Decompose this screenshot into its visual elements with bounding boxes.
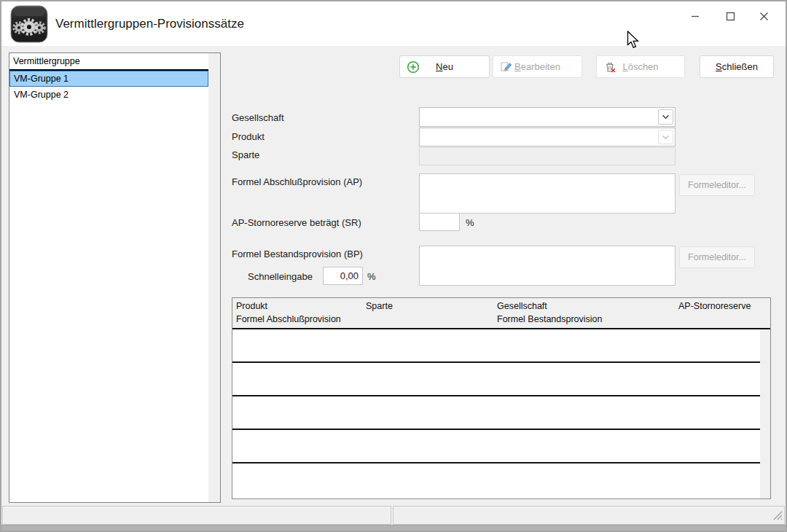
table-row[interactable] <box>232 430 760 463</box>
col-formel-abschlussprovision: Formel Abschlußprovision <box>236 314 341 324</box>
schnelleingabe-percent-label: % <box>367 271 376 282</box>
statusbar-left <box>2 506 391 525</box>
sr-label: AP-Stornoreserve beträgt (SR) <box>232 217 361 228</box>
provisions-table: Produkt Sparte Gesellschaft AP-Stornores… <box>232 297 771 499</box>
bearbeiten-button[interactable]: Bearbeiten <box>493 55 582 78</box>
neu-button-label: Neu <box>436 61 453 72</box>
formel-bp-textarea[interactable] <box>419 246 676 286</box>
loeschen-button[interactable]: Löschen <box>596 55 685 78</box>
title-bar: Vermittlergruppen-Provisionssätze <box>1 1 786 46</box>
window-title: Vermittlergruppen-Provisionssätze <box>55 1 244 46</box>
table-row[interactable] <box>232 329 760 363</box>
table-header: Produkt Sparte Gesellschaft AP-Stornores… <box>232 298 770 329</box>
col-formel-bestandsprovision: Formel Bestandsprovision <box>497 314 603 324</box>
table-row[interactable] <box>232 463 760 497</box>
formel-bp-label: Formel Bestandsprovision (BP) <box>232 249 363 259</box>
sr-input[interactable] <box>419 213 460 231</box>
statusbar-right <box>393 506 785 525</box>
col-gesellschaft: Gesellschaft <box>497 301 547 311</box>
bearbeiten-button-label: Bearbeiten <box>514 61 560 72</box>
sparte-label: Sparte <box>232 149 259 160</box>
close-button[interactable] <box>751 6 776 26</box>
trash-delete-icon <box>603 60 616 74</box>
schnelleingabe-label: Schnelleingabe <box>248 271 313 282</box>
produkt-label: Produkt <box>232 131 265 142</box>
chevron-down-icon <box>658 130 673 144</box>
col-ap-stornoreserve: AP-Stornoreserve <box>678 301 751 311</box>
col-produkt: Produkt <box>236 301 267 311</box>
formeleditor-ap-button[interactable]: Formeleditor... <box>679 174 755 196</box>
formel-ap-label: Formel Abschlußprovision (AP) <box>232 176 362 187</box>
sparte-field <box>419 147 676 165</box>
list-scrollbar-track[interactable] <box>208 53 220 502</box>
resize-grip-icon[interactable] <box>773 511 783 523</box>
vermittlergruppe-list: Vermittlergruppe VM-Gruppe 1VM-Gruppe 2 <box>9 52 221 503</box>
list-item[interactable]: VM-Gruppe 2 <box>9 87 208 103</box>
window-bottom-frame <box>1 525 786 531</box>
maximize-icon <box>726 12 735 21</box>
col-sparte: Sparte <box>366 301 393 311</box>
list-items: VM-Gruppe 1VM-Gruppe 2 <box>9 71 208 103</box>
neu-button[interactable]: Neu <box>399 55 490 78</box>
chevron-down-icon[interactable] <box>658 109 673 125</box>
loeschen-button-label: Löschen <box>622 61 658 72</box>
plus-circle-icon <box>407 60 420 74</box>
schnelleingabe-input[interactable] <box>323 267 363 285</box>
minimize-icon <box>691 12 700 20</box>
sr-percent-label: % <box>466 217 474 228</box>
close-icon <box>759 12 769 21</box>
table-row[interactable] <box>232 363 760 396</box>
schliessen-button-label: Schließen <box>716 61 758 72</box>
list-header: Vermittlergruppe <box>9 53 208 71</box>
table-body <box>232 329 760 498</box>
formeleditor-bp-button[interactable]: Formeleditor... <box>679 246 755 268</box>
minimize-button[interactable] <box>683 6 708 26</box>
produkt-combobox <box>419 128 676 146</box>
app-window: Vermittlergruppen-Provisionssätze Vermit… <box>0 0 787 532</box>
list-item[interactable]: VM-Gruppe 1 <box>9 71 208 87</box>
gesellschaft-label: Gesellschaft <box>232 112 284 123</box>
table-row[interactable] <box>232 396 760 430</box>
gesellschaft-combobox[interactable] <box>419 107 676 127</box>
table-scrollbar-track[interactable] <box>760 329 770 498</box>
maximize-button[interactable] <box>718 6 743 26</box>
edit-pencil-icon <box>500 60 513 74</box>
app-gears-icon <box>10 5 48 43</box>
schliessen-button[interactable]: Schließen <box>700 55 774 78</box>
formel-ap-textarea[interactable] <box>419 173 676 214</box>
